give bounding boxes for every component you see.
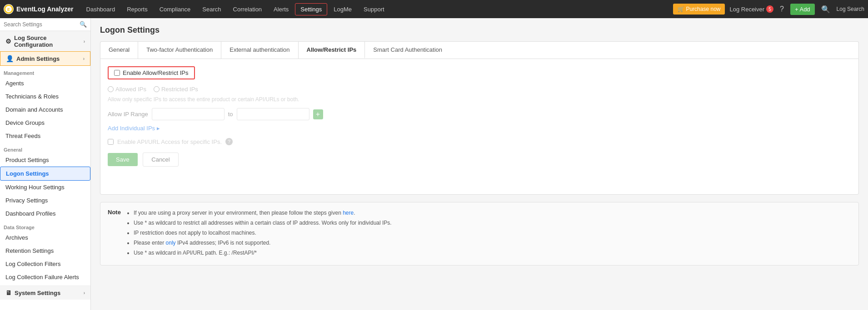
sidebar-item-logon-settings[interactable]: Logon Settings: [0, 167, 90, 181]
enable-allow-restrict-btn[interactable]: Enable Allow/Restrict IPs: [108, 66, 195, 79]
sidebar-item-threat-feeds[interactable]: Threat Feeds: [0, 129, 90, 143]
allowed-ips-radio[interactable]: [108, 86, 114, 92]
sidebar-search-icon: 🔍: [80, 21, 87, 28]
note-bullets: If you are using a proxy server in your …: [125, 209, 392, 259]
sidebar-item-system-settings[interactable]: 🖥 System Settings ›: [0, 285, 90, 300]
api-access-label: Enable API/URL Access for specific IPs.: [117, 138, 222, 145]
allowed-ips-label: Allowed IPs: [108, 86, 146, 93]
note-item-4: Please enter only IPv4 addresses; IPv6 i…: [134, 239, 392, 247]
note-row: Note If you are using a proxy server in …: [108, 209, 851, 259]
here-link[interactable]: here: [343, 210, 354, 216]
sidebar-item-technicians-roles[interactable]: Technicians & Roles: [0, 90, 90, 103]
sidebar-admin-label: Admin Settings: [16, 55, 60, 62]
question-icon[interactable]: ?: [778, 5, 786, 13]
tab-smart-card[interactable]: Smart Card Authentication: [365, 42, 450, 59]
sidebar-item-working-hour-settings[interactable]: Working Hour Settings: [0, 181, 90, 194]
log-search-link[interactable]: Log Search: [837, 6, 864, 12]
agents-label: Agents: [5, 80, 24, 87]
sidebar-section-data-storage: Data Storage: [0, 222, 90, 231]
top-right-controls: 🛒 Purchase now Log Receiver 5 ? + Add 🔍 …: [673, 4, 864, 15]
add-range-button[interactable]: +: [313, 109, 323, 119]
api-access-checkbox[interactable]: [108, 139, 114, 145]
arrow-icon: ›: [84, 290, 85, 295]
technicians-label: Technicians & Roles: [5, 93, 59, 100]
log-receiver-badge: 5: [766, 5, 773, 13]
sidebar-item-agents[interactable]: Agents: [0, 77, 90, 90]
nav-support[interactable]: Support: [358, 3, 390, 15]
archives-label: Archives: [5, 234, 28, 241]
enable-checkbox[interactable]: [114, 70, 120, 76]
content-panel: Enable Allow/Restrict IPs Allowed IPs Re…: [100, 59, 859, 195]
sidebar-item-product-settings[interactable]: Product Settings: [0, 153, 90, 167]
domain-label: Domain and Accounts: [5, 106, 63, 113]
page-title: Logon Settings: [100, 25, 859, 35]
sidebar-item-log-source-configuration[interactable]: ⚙ Log Source Configuration ›: [0, 31, 90, 51]
purchase-icon: 🛒: [678, 6, 684, 12]
sidebar-item-log-collection-filters[interactable]: Log Collection Filters: [0, 257, 90, 271]
tab-allow-restrict-ips[interactable]: Allow/Restrict IPs: [299, 42, 365, 59]
nav-compliance[interactable]: Compliance: [154, 3, 196, 15]
ip-type-radio-row: Allowed IPs Restricted IPs: [108, 86, 851, 93]
nav-logme[interactable]: LogMe: [328, 3, 357, 15]
dashboard-profiles-label: Dashboard Profiles: [5, 210, 56, 217]
note-item-5: Use * as wildcard in API/URL path. E.g.:…: [134, 249, 392, 257]
top-navigation: E EventLog Analyzer Dashboard Reports Co…: [0, 0, 868, 18]
sidebar-search-input[interactable]: [4, 21, 78, 28]
sidebar-search-row: 🔍: [0, 18, 90, 31]
purchase-button[interactable]: 🛒 Purchase now: [673, 4, 725, 15]
add-button[interactable]: + Add: [790, 4, 815, 15]
sidebar-section-general: General: [0, 144, 90, 153]
disabled-section: Allowed IPs Restricted IPs Allow only sp…: [108, 86, 851, 167]
sidebar-log-source-label: Log Source Configuration: [14, 34, 81, 48]
sidebar: 🔍 ⚙ Log Source Configuration › 👤 Admin S…: [0, 18, 91, 310]
log-receiver-button[interactable]: Log Receiver 5: [729, 5, 773, 13]
sidebar-item-privacy-settings[interactable]: Privacy Settings: [0, 194, 90, 207]
nav-dashboard[interactable]: Dashboard: [81, 3, 121, 15]
arrow-icon: ›: [84, 39, 85, 44]
nav-alerts[interactable]: Alerts: [268, 3, 294, 15]
tab-two-factor[interactable]: Two-factor Authentication: [138, 42, 221, 59]
enable-label: Enable Allow/Restrict IPs: [123, 69, 189, 76]
sidebar-item-dashboard-profiles[interactable]: Dashboard Profiles: [0, 207, 90, 220]
restricted-ips-radio[interactable]: [154, 86, 160, 92]
nav-search[interactable]: Search: [197, 3, 226, 15]
sidebar-item-domain-accounts[interactable]: Domain and Accounts: [0, 103, 90, 116]
app-name: EventLog Analyzer: [16, 5, 74, 13]
help-icon[interactable]: ?: [225, 138, 233, 145]
sidebar-section-management: Management: [0, 68, 90, 77]
add-individual-ips-link[interactable]: Add Individual IPs ▸: [108, 125, 160, 132]
app-body: 🔍 ⚙ Log Source Configuration › 👤 Admin S…: [0, 18, 868, 310]
cancel-button[interactable]: Cancel: [143, 153, 178, 167]
tab-general[interactable]: General: [100, 42, 138, 59]
settings-icon: ⚙: [5, 38, 11, 45]
search-icon[interactable]: 🔍: [819, 5, 832, 14]
log-collection-filters-label: Log Collection Filters: [5, 261, 60, 267]
system-icon: 🖥: [5, 289, 12, 296]
nav-settings[interactable]: Settings: [295, 3, 327, 15]
sidebar-item-device-groups[interactable]: Device Groups: [0, 116, 90, 129]
sidebar-item-archives[interactable]: Archives: [0, 231, 90, 244]
restricted-ips-label: Restricted IPs: [154, 86, 198, 93]
to-label: to: [228, 111, 233, 118]
tabs-container: General Two-factor Authentication Extern…: [100, 41, 859, 59]
sidebar-item-retention-settings[interactable]: Retention Settings: [0, 244, 90, 257]
note-item-1: If you are using a proxy server in your …: [134, 209, 392, 217]
sidebar-item-admin-settings[interactable]: 👤 Admin Settings ›: [0, 51, 90, 66]
nav-correlation[interactable]: Correlation: [228, 3, 268, 15]
main-content: Logon Settings General Two-factor Authen…: [91, 18, 868, 310]
device-groups-label: Device Groups: [5, 119, 45, 126]
ip-to-input[interactable]: [237, 108, 309, 120]
nav-reports[interactable]: Reports: [121, 3, 153, 15]
threat-feeds-label: Threat Feeds: [5, 133, 40, 139]
hint-text: Allow only specific IPs to access the en…: [108, 96, 851, 103]
save-button[interactable]: Save: [108, 153, 138, 166]
sidebar-item-log-collection-failure-alerts[interactable]: Log Collection Failure Alerts: [0, 271, 90, 284]
working-hour-label: Working Hour Settings: [5, 184, 65, 191]
admin-icon: 👤: [6, 55, 14, 62]
product-settings-label: Product Settings: [5, 157, 49, 163]
tab-external-auth[interactable]: External authentication: [221, 42, 298, 59]
ip-from-input[interactable]: [152, 108, 224, 120]
note-item-2: Use * as wildcard to restrict all addres…: [134, 219, 392, 227]
svg-text:E: E: [7, 7, 10, 12]
note-item-3: IP restriction does not apply to localho…: [134, 229, 392, 237]
